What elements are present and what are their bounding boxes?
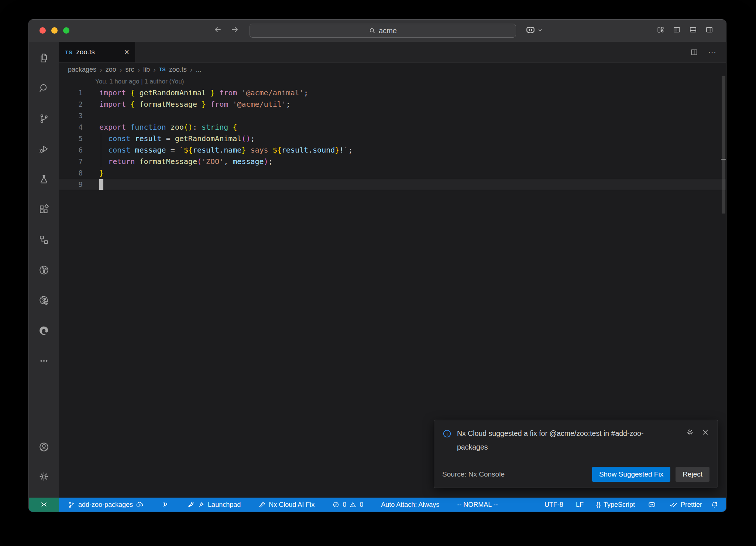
forward-arrow-icon[interactable] bbox=[230, 25, 239, 34]
toggle-secondary-sidebar-icon[interactable] bbox=[705, 25, 714, 34]
command-center-search[interactable]: acme bbox=[250, 24, 516, 38]
edge-tools-icon[interactable] bbox=[38, 325, 49, 336]
problems-status[interactable]: 0 0 bbox=[328, 498, 367, 512]
auto-attach-status[interactable]: Auto Attach: Always bbox=[377, 498, 443, 512]
code-line-9[interactable]: 9 bbox=[59, 179, 726, 190]
code-line-3[interactable]: 3 bbox=[59, 110, 726, 122]
git-blame-codelens[interactable]: You, 1 hour ago | 1 author (You) bbox=[95, 76, 726, 87]
launchpad-status[interactable]: Launchpad bbox=[183, 498, 245, 512]
zoom-window-button[interactable] bbox=[63, 27, 69, 34]
breadcrumb-item-lib[interactable]: lib bbox=[143, 66, 150, 74]
code-token: const bbox=[108, 134, 135, 143]
chevron-right-icon: › bbox=[137, 65, 140, 74]
minimize-window-button[interactable] bbox=[51, 27, 58, 34]
code-line-8[interactable]: 8} bbox=[59, 167, 726, 179]
code-line-6[interactable]: 6 const message = `${result.name} says $… bbox=[59, 144, 726, 156]
eol-status[interactable]: LF bbox=[572, 498, 588, 512]
toggle-panel-icon[interactable] bbox=[689, 25, 697, 34]
split-editor-icon[interactable] bbox=[690, 48, 698, 57]
close-window-button[interactable] bbox=[39, 27, 46, 34]
vim-mode-status[interactable]: -- NORMAL -- bbox=[453, 498, 502, 512]
notification-toast: Nx Cloud suggested a fix for @acme/zoo:t… bbox=[434, 420, 718, 488]
code-token: ` bbox=[179, 146, 184, 154]
line-content: const message = `${result.name} says ${r… bbox=[99, 144, 353, 156]
line-number: 8 bbox=[59, 167, 83, 179]
line-number: 7 bbox=[59, 156, 83, 167]
nx-cloud-icon[interactable] bbox=[38, 295, 49, 306]
eol-label: LF bbox=[576, 501, 584, 509]
chevron-down-icon[interactable] bbox=[537, 27, 543, 33]
line-number: 6 bbox=[59, 144, 83, 156]
code-token: import bbox=[99, 100, 130, 109]
breadcrumb-more[interactable]: ... bbox=[196, 66, 201, 74]
notification-close-icon[interactable] bbox=[701, 428, 709, 436]
nx-console-icon[interactable] bbox=[38, 265, 49, 276]
editor-more-actions-icon[interactable]: ⋯ bbox=[708, 47, 717, 57]
line-content: import { formatMessage } from '@acme/uti… bbox=[99, 99, 291, 110]
settings-gear-icon[interactable] bbox=[38, 471, 49, 482]
code-token: ; bbox=[304, 88, 308, 97]
run-debug-icon[interactable] bbox=[38, 143, 49, 154]
git-branch-status[interactable]: add-zoo-packages bbox=[63, 498, 148, 512]
more-views-icon[interactable] bbox=[38, 355, 49, 366]
notification-source: Source: Nx Console bbox=[442, 470, 505, 478]
code-line-7[interactable]: 7 return formatMessage('ZOO', message); bbox=[59, 156, 726, 167]
breadcrumb-item-zoo[interactable]: zoo bbox=[106, 66, 116, 74]
code-token: { bbox=[130, 88, 139, 97]
breadcrumb-item-packages[interactable]: packages bbox=[68, 66, 96, 74]
back-arrow-icon[interactable] bbox=[213, 25, 222, 34]
source-control-icon[interactable] bbox=[38, 113, 49, 124]
code-token: } bbox=[197, 100, 206, 109]
nx-cloud-ai-fix-status[interactable]: Nx Cloud AI Fix bbox=[254, 498, 319, 512]
show-suggested-fix-button[interactable]: Show Suggested Fix bbox=[592, 467, 670, 482]
notification-settings-gear-icon[interactable] bbox=[686, 428, 694, 436]
line-number: 9 bbox=[59, 179, 83, 190]
explorer-icon[interactable] bbox=[38, 52, 49, 64]
editor-scrollbar[interactable] bbox=[721, 76, 726, 498]
copilot-icon[interactable] bbox=[525, 24, 536, 35]
code-token: } bbox=[241, 146, 246, 154]
code-token: . bbox=[219, 146, 224, 154]
account-icon[interactable] bbox=[38, 441, 49, 453]
language-mode-status[interactable]: {} TypeScript bbox=[592, 498, 639, 512]
code-token: says bbox=[246, 146, 272, 154]
testing-icon[interactable] bbox=[38, 174, 49, 185]
title-bar: acme bbox=[29, 20, 726, 42]
breadcrumb-item-file[interactable]: zoo.ts bbox=[169, 66, 187, 74]
encoding-status[interactable]: UTF-8 bbox=[540, 498, 567, 512]
toggle-primary-sidebar-icon[interactable] bbox=[673, 25, 681, 34]
notifications-bell[interactable] bbox=[706, 498, 726, 512]
close-tab-icon[interactable]: × bbox=[124, 48, 129, 57]
code-line-1[interactable]: 1import { getRandomAnimal } from '@acme/… bbox=[59, 87, 726, 99]
code-token: '@acme/util' bbox=[233, 100, 286, 109]
formatter-label: Prettier bbox=[681, 501, 702, 509]
code-line-5[interactable]: 5 const result = getRandomAnimal(); bbox=[59, 133, 726, 144]
code-token: { bbox=[130, 100, 139, 109]
scrollbar-thumb[interactable] bbox=[722, 76, 725, 214]
code-token: ${ bbox=[184, 146, 193, 154]
code-line-4[interactable]: 4export function zoo(): string { bbox=[59, 122, 726, 133]
reject-button[interactable]: Reject bbox=[676, 467, 709, 482]
line-number: 4 bbox=[59, 122, 83, 133]
tab-title: zoo.ts bbox=[76, 48, 120, 56]
line-content: const result = getRandomAnimal(); bbox=[99, 133, 255, 144]
cloud-upload-icon bbox=[136, 501, 144, 509]
code-token: string bbox=[202, 123, 228, 132]
search-view-icon[interactable] bbox=[38, 83, 49, 94]
remote-indicator[interactable] bbox=[29, 498, 59, 512]
chevron-right-icon: › bbox=[153, 65, 156, 74]
code-token: () bbox=[241, 134, 250, 143]
project-graph-icon[interactable] bbox=[38, 234, 49, 245]
copilot-status[interactable] bbox=[643, 498, 660, 512]
breadcrumb-item-src[interactable]: src bbox=[125, 66, 134, 74]
formatter-status[interactable]: Prettier bbox=[665, 498, 706, 512]
customize-layout-icon[interactable] bbox=[656, 25, 665, 34]
source-control-graph-status[interactable] bbox=[158, 498, 173, 512]
tab-zoo-ts[interactable]: TS zoo.ts × bbox=[59, 42, 135, 62]
notification-message: Nx Cloud suggested a fix for @acme/zoo:t… bbox=[457, 427, 661, 454]
line-number: 2 bbox=[59, 99, 83, 110]
code-line-2[interactable]: 2import { formatMessage } from '@acme/ut… bbox=[59, 99, 726, 110]
line-content: export function zoo(): string { bbox=[99, 122, 237, 133]
code-token: message bbox=[135, 146, 166, 154]
extensions-icon[interactable] bbox=[38, 204, 49, 215]
